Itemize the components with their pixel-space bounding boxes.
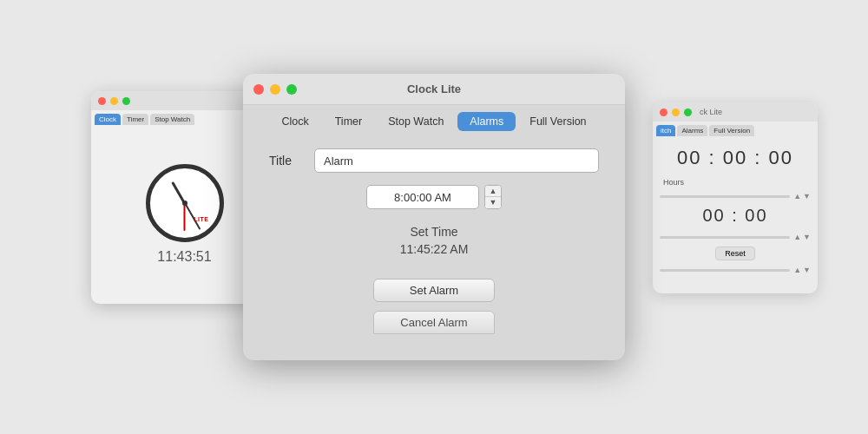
bg-left-dot-green	[122, 97, 130, 105]
titlebar: Clock Lite	[243, 74, 625, 105]
digital-time: 11:43:51	[157, 249, 211, 265]
second-hand	[184, 203, 186, 231]
clock-center	[182, 201, 187, 206]
set-time-section: Set Time 11:45:22 AM	[269, 225, 599, 256]
bg-left-tab-clock: Clock	[95, 114, 121, 125]
bg-right2-tabs: itch Alarms Full Version	[653, 122, 818, 136]
bg-right2-content: 00 : 00 : 00 Hours ▲▼ 00 : 00 ▲▼ Reset ▲…	[653, 136, 818, 281]
stepper-up[interactable]: ▲	[485, 186, 501, 197]
tab-stopwatch[interactable]: Stop Watch	[376, 112, 456, 131]
content-area: Title ▲ ▼ Set Time 11:45:22 AM Set Alarm…	[243, 138, 625, 343]
cancel-alarm-button[interactable]: Cancel Alarm	[373, 311, 495, 334]
bg-window-right2: ck Lite itch Alarms Full Version 00 : 00…	[653, 102, 818, 293]
bg-left-dot-yellow	[110, 97, 118, 105]
bg-right2-dot-yellow	[672, 108, 680, 116]
bg-right2-dot-red	[660, 108, 667, 116]
bg-right2-tab-watch: itch	[656, 125, 675, 136]
bg-right2-timer: 00 : 00 : 00	[660, 147, 811, 169]
bg-right2-tab-alarms: Alarms	[677, 125, 707, 136]
bg-right2-slider3	[660, 269, 790, 272]
bg-right2-tab-fullver: Full Version	[709, 125, 754, 136]
time-stepper[interactable]: ▲ ▼	[484, 185, 502, 209]
action-buttons: Set Alarm Cancel Alarm	[269, 279, 599, 334]
minimize-dot[interactable]	[270, 84, 280, 95]
set-time-label: Set Time	[410, 225, 457, 239]
lite-label: LITE	[194, 216, 208, 222]
bg-right2-title: ck Lite	[700, 108, 722, 116]
tab-fullversion[interactable]: Full Version	[517, 112, 598, 131]
bg-right2-hours-stepper: ▲▼	[793, 192, 811, 201]
bg-right2-stepper3: ▲▼	[793, 266, 811, 274]
bg-right2-dot-green	[684, 108, 692, 116]
bg-right2-row2: ▲▼	[660, 233, 811, 241]
bg-right2-titlebar: ck Lite	[653, 102, 818, 122]
bg-right2-slider2	[660, 236, 790, 239]
current-time-value: 11:45:22 AM	[400, 242, 469, 256]
bg-right2-reset: Reset	[715, 247, 755, 260]
title-label: Title	[269, 154, 302, 168]
maximize-dot[interactable]	[286, 84, 297, 95]
bg-right2-stepper2: ▲▼	[793, 233, 811, 241]
set-alarm-button[interactable]: Set Alarm	[373, 279, 495, 302]
titlebar-dots	[253, 84, 297, 95]
tab-clock[interactable]: Clock	[269, 112, 320, 131]
title-input[interactable]	[314, 148, 599, 173]
title-field-row: Title	[269, 148, 599, 173]
time-row: ▲ ▼	[269, 185, 599, 209]
tab-timer[interactable]: Timer	[323, 112, 374, 131]
analog-clock: LITE	[146, 164, 224, 242]
window-title: Clock Lite	[407, 82, 461, 95]
stepper-down[interactable]: ▼	[485, 197, 501, 208]
bg-right2-hours-row: ▲▼	[660, 192, 811, 201]
tab-bar: Clock Timer Stop Watch Alarms Full Versi…	[243, 105, 625, 138]
time-input[interactable]	[366, 185, 479, 209]
bg-right2-hours-slider	[660, 195, 790, 198]
bg-right2-timer2: 00 : 00	[660, 206, 811, 226]
tab-alarms[interactable]: Alarms	[457, 112, 516, 131]
bg-left-tab-timer: Timer	[122, 114, 148, 125]
bg-right2-hours-label: Hours	[663, 178, 811, 187]
bg-left-dot-red	[98, 97, 106, 105]
main-window: Clock Lite Clock Timer Stop Watch Alarms…	[243, 74, 625, 360]
close-dot[interactable]	[253, 84, 264, 95]
bg-right2-row3: ▲▼	[660, 266, 811, 274]
bg-left-tab-stopwatch: Stop Watch	[150, 114, 194, 125]
